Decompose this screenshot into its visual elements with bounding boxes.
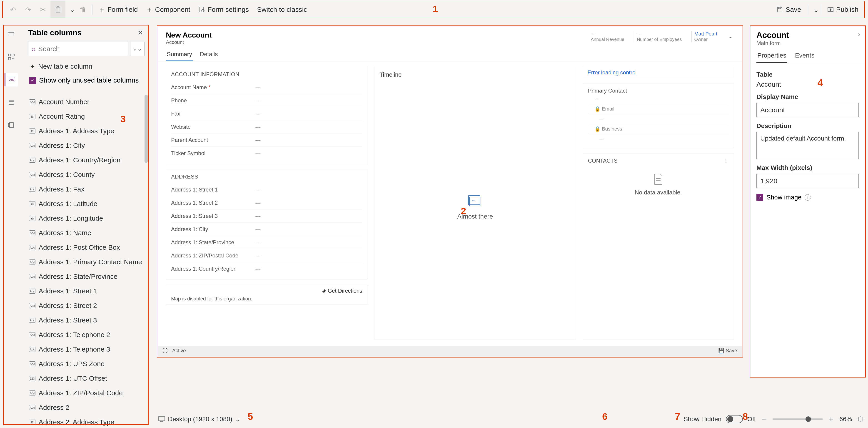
- form-settings-button[interactable]: Form settings: [194, 1, 253, 18]
- field-type-icon: Abc: [29, 245, 35, 250]
- zoom-slider[interactable]: [773, 419, 823, 420]
- paste-button[interactable]: [51, 1, 65, 18]
- tab-details[interactable]: Details: [199, 49, 219, 61]
- field-type-icon: Abc: [29, 361, 35, 366]
- zoom-in-button[interactable]: +: [827, 415, 835, 424]
- field-type-icon: Abc: [29, 259, 35, 264]
- rail-table-columns[interactable]: Abc: [4, 73, 18, 86]
- error-link[interactable]: Error loading control: [587, 67, 638, 77]
- collapse-icon[interactable]: ›: [858, 30, 860, 38]
- column-item[interactable]: AbcAddress 1: ZIP/Postal Code: [25, 386, 148, 400]
- column-item[interactable]: AbcAddress 1: State/Province: [25, 269, 148, 284]
- form-field-row[interactable]: Address 1: Street 1---: [171, 183, 362, 196]
- more-icon[interactable]: ⋮: [723, 158, 729, 164]
- search-input[interactable]: [38, 45, 125, 53]
- tab-properties[interactable]: Properties: [756, 50, 787, 63]
- save-button[interactable]: Save: [772, 1, 805, 18]
- column-item[interactable]: AbcAddress 1: Post Office Box: [25, 240, 148, 255]
- display-name-input[interactable]: [756, 103, 859, 117]
- form-field-row[interactable]: Address 1: Street 3---: [171, 209, 362, 223]
- scrollbar-thumb[interactable]: [145, 95, 148, 163]
- show-unused-toggle[interactable]: ✓ Show only unused table columns: [25, 74, 148, 87]
- rail-form-libraries[interactable]: [4, 118, 18, 132]
- rail-hamburger[interactable]: [4, 27, 18, 41]
- tab-events[interactable]: Events: [794, 50, 815, 63]
- error-control[interactable]: Error loading control: [583, 67, 734, 78]
- column-item[interactable]: AbcAddress 1: Telephone 2: [25, 327, 148, 342]
- column-item[interactable]: AbcAddress 1: Telephone 3: [25, 342, 148, 356]
- column-item[interactable]: ⊟Account Rating: [25, 109, 148, 124]
- header-field[interactable]: ---Number of Employees: [634, 31, 685, 42]
- form-field-row[interactable]: Account Name*---: [171, 81, 362, 94]
- column-item[interactable]: AbcAddress 1: Street 3: [25, 313, 148, 327]
- description-input[interactable]: [756, 132, 859, 159]
- column-item[interactable]: AbcAccount Number: [25, 95, 148, 109]
- add-component-button[interactable]: ＋Component: [142, 1, 194, 18]
- form-field-row[interactable]: Address 1: Country/Region---: [171, 262, 362, 276]
- form-field-row[interactable]: Address 1: State/Province---: [171, 236, 362, 249]
- header-chevron[interactable]: ⌄: [727, 31, 734, 41]
- rail-components[interactable]: [4, 50, 18, 64]
- column-item[interactable]: AbcAddress 1: Fax: [25, 182, 148, 197]
- column-item[interactable]: ⊟Address 1: Address Type: [25, 124, 148, 138]
- info-icon[interactable]: i: [805, 194, 811, 201]
- fit-to-screen-button[interactable]: [857, 415, 865, 423]
- publish-button[interactable]: Publish: [823, 1, 863, 18]
- show-image-toggle[interactable]: ✓ Show image i: [756, 194, 859, 201]
- search-box[interactable]: ⌕: [28, 41, 128, 56]
- column-item[interactable]: ⊟Address 2: Address Type: [25, 415, 148, 426]
- max-width-input[interactable]: [756, 174, 859, 188]
- section-primary-contact[interactable]: Primary Contact --- 🔒 Email --- 🔒 Busine…: [583, 83, 734, 148]
- save-chevron[interactable]: ⌄: [809, 1, 819, 18]
- svg-rect-11: [8, 58, 11, 60]
- form-field-row[interactable]: Address 1: City---: [171, 223, 362, 236]
- column-item[interactable]: AbcAddress 1: County: [25, 167, 148, 182]
- new-table-column-button[interactable]: ＋New table column: [25, 59, 148, 74]
- add-form-field-button[interactable]: ＋Form field: [94, 1, 142, 18]
- column-item[interactable]: AbcAddress 1: Street 1: [25, 284, 148, 298]
- header-field[interactable]: ---Annual Revenue: [588, 31, 627, 42]
- viewport-selector[interactable]: Desktop (1920 x 1080) ⌄: [158, 416, 240, 423]
- section-contacts[interactable]: CONTACTS⋮ No data available.: [583, 153, 734, 340]
- filter-button[interactable]: ▽⌄: [130, 41, 145, 56]
- footer-save[interactable]: 💾 Save: [718, 348, 737, 354]
- column-item[interactable]: AbcAddress 1: Country/Region: [25, 153, 148, 167]
- tab-summary[interactable]: Summary: [166, 49, 193, 61]
- get-directions-link[interactable]: ◈ Get Directions: [171, 288, 362, 296]
- form-field-row[interactable]: Fax---: [171, 107, 362, 120]
- form-field-row[interactable]: Website---: [171, 120, 362, 134]
- column-item[interactable]: AbcAddress 1: Primary Contact Name: [25, 255, 148, 269]
- zoom-out-button[interactable]: −: [760, 415, 768, 424]
- close-icon[interactable]: ✕: [136, 27, 145, 38]
- expand-icon[interactable]: ⛶: [163, 348, 168, 354]
- paste-chevron[interactable]: ⌄: [65, 1, 75, 18]
- column-item[interactable]: ◐Address 1: Latitude: [25, 197, 148, 211]
- column-item[interactable]: AbcAddress 1: City: [25, 138, 148, 153]
- form-field-row[interactable]: Phone---: [171, 94, 362, 107]
- undo-button[interactable]: ↶: [5, 1, 21, 18]
- column-item[interactable]: AbcAddress 1: Street 2: [25, 298, 148, 313]
- form-field-row[interactable]: Address 1: ZIP/Postal Code---: [171, 249, 362, 262]
- form-canvas[interactable]: New Account Account ---Annual Revenue---…: [158, 26, 742, 356]
- section-map[interactable]: ◈ Get Directions Map is disabled for thi…: [166, 285, 367, 305]
- section-address[interactable]: ADDRESS Address 1: Street 1---Address 1:…: [166, 169, 367, 280]
- field-type-icon: ⊟: [29, 114, 35, 119]
- column-item[interactable]: AbcAddress 1: Name: [25, 226, 148, 240]
- show-hidden-toggle[interactable]: [726, 415, 743, 423]
- rail-tree[interactable]: [4, 95, 18, 109]
- section-account-info[interactable]: ACCOUNT INFORMATION Account Name*---Phon…: [166, 67, 367, 164]
- form-field-row[interactable]: Parent Account---: [171, 134, 362, 147]
- switch-classic-button[interactable]: Switch to classic: [253, 1, 311, 18]
- form-field-row[interactable]: Ticker Symbol---: [171, 147, 362, 160]
- cut-button[interactable]: ✂: [35, 1, 51, 18]
- column-item[interactable]: AbcAddress 1: UPS Zone: [25, 356, 148, 371]
- filter-icon: ▽: [133, 47, 136, 51]
- column-item[interactable]: ◐Address 1: Longitude: [25, 211, 148, 226]
- section-timeline[interactable]: Timeline ••• Almost there: [374, 67, 576, 340]
- redo-button[interactable]: ↷: [21, 1, 35, 18]
- column-item[interactable]: AbcAddress 2: [25, 400, 148, 415]
- column-item[interactable]: 123Address 1: UTC Offset: [25, 371, 148, 386]
- delete-button[interactable]: 🗑: [75, 1, 90, 18]
- form-field-row[interactable]: Address 1: Street 2---: [171, 196, 362, 209]
- header-field[interactable]: Matt PeartOwner: [691, 31, 720, 42]
